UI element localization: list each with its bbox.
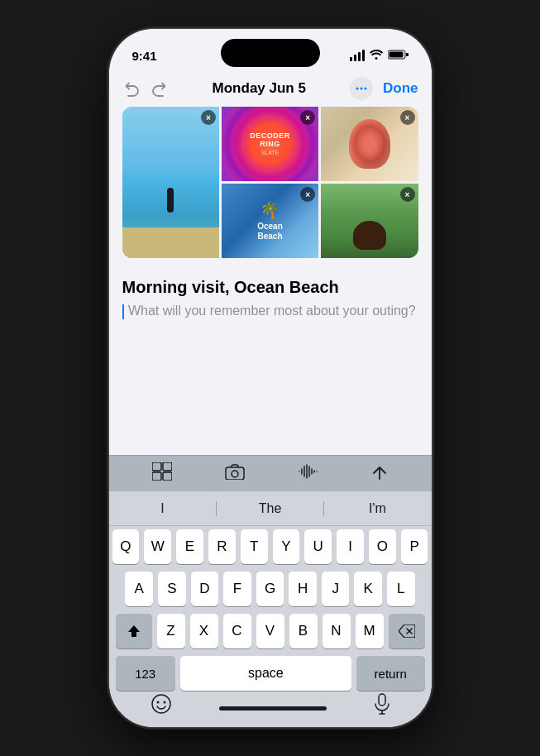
key-o[interactable]: O: [369, 529, 396, 564]
ocean-beach-label: Ocean Beach: [257, 222, 283, 242]
note-area[interactable]: Morning visit, Ocean Beach What will you…: [109, 268, 432, 455]
toolbar-left: [122, 79, 169, 98]
status-bar: 9:41: [109, 29, 432, 70]
key-s[interactable]: S: [158, 572, 186, 606]
home-indicator: [219, 706, 327, 711]
ocean-beach-cell[interactable]: 🌴 Ocean Beach ×: [222, 184, 318, 258]
key-c[interactable]: C: [223, 614, 251, 648]
shift-key[interactable]: [116, 614, 152, 648]
svg-point-23: [156, 701, 159, 704]
key-z[interactable]: Z: [157, 614, 185, 648]
done-button[interactable]: Done: [383, 80, 418, 97]
key-k[interactable]: K: [354, 572, 382, 606]
svg-rect-25: [379, 694, 385, 706]
status-time: 9:41: [132, 49, 157, 63]
beach-photo-cell[interactable]: ×: [122, 107, 219, 258]
svg-rect-6: [152, 462, 161, 471]
return-key[interactable]: return: [356, 656, 425, 691]
key-m[interactable]: M: [356, 614, 384, 648]
phone-screen: 9:41: [109, 29, 432, 727]
key-i[interactable]: I: [337, 529, 364, 564]
note-title: Morning visit, Ocean Beach: [122, 278, 418, 297]
keyboard-row-3: Z X C V B N M: [112, 614, 428, 648]
key-r[interactable]: R: [208, 529, 236, 564]
key-e[interactable]: E: [176, 529, 203, 564]
app-content: Monday Jun 5 Done: [109, 70, 432, 727]
undo-button[interactable]: [122, 79, 141, 98]
media-section: × DECODERRING SLATE ×: [109, 107, 432, 268]
note-placeholder: What will you remember most about your o…: [128, 304, 416, 318]
key-v[interactable]: V: [256, 614, 284, 648]
photo-grid-icon[interactable]: [152, 462, 172, 486]
key-n[interactable]: N: [323, 614, 351, 648]
toolbar-right: Done: [350, 77, 418, 100]
podcast-cell[interactable]: DECODERRING SLATE ×: [222, 107, 318, 181]
beach-close-button[interactable]: ×: [201, 110, 216, 125]
more-button[interactable]: [350, 77, 373, 100]
predictive-word-2[interactable]: The: [217, 496, 324, 521]
home-bar-area: [109, 696, 432, 720]
shell-cell[interactable]: ×: [321, 107, 418, 181]
microphone-icon[interactable]: [374, 693, 390, 720]
podcast-title: DECODERRING: [250, 132, 290, 149]
predictive-bar: I The I'm: [109, 491, 432, 526]
key-d[interactable]: D: [191, 572, 219, 606]
keyboard-section: I The I'm Q W E R T Y U I: [109, 455, 432, 727]
key-h[interactable]: H: [289, 572, 317, 606]
podcast-subtitle: SLATE: [261, 150, 280, 156]
svg-point-5: [365, 88, 367, 90]
key-b[interactable]: B: [289, 614, 318, 648]
status-icons: [350, 48, 409, 63]
key-g[interactable]: G: [256, 572, 284, 606]
key-t[interactable]: T: [241, 529, 268, 564]
key-w[interactable]: W: [144, 529, 171, 564]
backspace-key[interactable]: [389, 614, 425, 648]
space-key[interactable]: space: [180, 656, 351, 691]
svg-rect-7: [163, 462, 172, 471]
signal-icon: [350, 50, 365, 61]
redo-button[interactable]: [151, 79, 169, 98]
keyboard-row-2: A S D F G H J K L: [112, 572, 428, 606]
waveform-icon[interactable]: [298, 463, 318, 485]
keyboard-row-1: Q W E R T Y U I O P: [112, 529, 428, 564]
key-f[interactable]: F: [223, 572, 251, 606]
toolbar: Monday Jun 5 Done: [109, 70, 432, 107]
predictive-word-1[interactable]: I: [109, 496, 217, 521]
camera-icon[interactable]: [225, 463, 245, 485]
key-u[interactable]: U: [304, 529, 332, 564]
svg-rect-9: [163, 472, 172, 481]
key-l[interactable]: L: [387, 572, 415, 606]
battery-icon: [388, 48, 409, 63]
svg-point-24: [163, 701, 165, 704]
phone-frame: 9:41: [109, 29, 432, 727]
key-x[interactable]: X: [190, 614, 218, 648]
note-body: What will you remember most about your o…: [122, 302, 418, 320]
key-a[interactable]: A: [125, 572, 153, 606]
palm-icon: 🌴: [260, 200, 280, 220]
dynamic-island: [221, 39, 320, 67]
beach-photo: [122, 107, 219, 258]
media-grid: × DECODERRING SLATE ×: [122, 107, 418, 258]
emoji-icon[interactable]: [151, 693, 172, 720]
send-icon[interactable]: [370, 462, 389, 486]
keyboard-bottom-row: 123 space return: [112, 656, 428, 691]
svg-point-4: [361, 88, 363, 90]
key-y[interactable]: Y: [273, 529, 300, 564]
shell-close-button[interactable]: ×: [400, 110, 415, 125]
text-cursor: [122, 304, 124, 319]
svg-rect-1: [406, 53, 409, 56]
toolbar-title: Monday Jun 5: [169, 80, 351, 97]
dog-cell[interactable]: ×: [321, 184, 418, 258]
key-q[interactable]: Q: [112, 529, 140, 564]
svg-point-22: [152, 695, 170, 713]
key-p[interactable]: P: [401, 529, 428, 564]
dog-close-button[interactable]: ×: [400, 187, 415, 202]
svg-rect-8: [152, 472, 161, 481]
keyboard-body: Q W E R T Y U I O P A S: [109, 526, 432, 696]
svg-rect-2: [389, 52, 403, 58]
svg-point-11: [232, 471, 238, 477]
wifi-icon: [370, 50, 383, 62]
predictive-word-3[interactable]: I'm: [324, 496, 432, 521]
numbers-key[interactable]: 123: [116, 656, 175, 691]
key-j[interactable]: J: [322, 572, 350, 606]
